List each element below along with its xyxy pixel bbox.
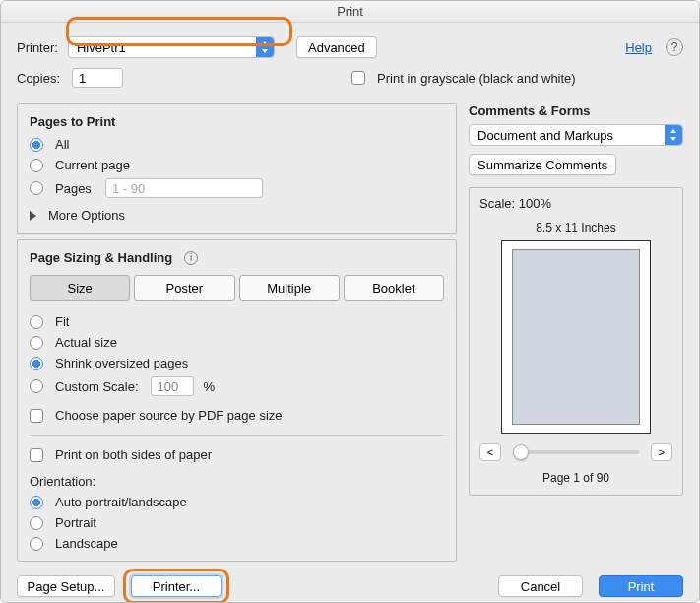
orient-portrait-row[interactable]: Portrait (30, 515, 444, 530)
shrink-label: Shrink oversized pages (55, 356, 188, 370)
radio-icon (30, 516, 43, 530)
info-icon[interactable]: i (184, 251, 198, 265)
pages-to-print-panel: Pages to Print All Current page Pages 1 … (17, 103, 457, 234)
actual-row[interactable]: Actual size (30, 335, 444, 350)
cancel-button[interactable]: Cancel (498, 575, 583, 597)
next-page-button[interactable]: > (651, 443, 672, 461)
fit-row[interactable]: Fit (30, 314, 444, 329)
grayscale-label: Print in grayscale (black and white) (377, 71, 576, 86)
radio-icon (30, 379, 43, 393)
radio-icon (30, 159, 43, 172)
orient-landscape-row[interactable]: Landscape (30, 536, 444, 551)
printer-button[interactable]: Printer... (131, 575, 222, 597)
grayscale-checkbox[interactable] (351, 71, 365, 85)
pages-heading: Pages to Print (30, 114, 444, 129)
tab-booklet[interactable]: Booklet (344, 275, 444, 301)
more-options-label: More Options (48, 208, 125, 223)
prev-page-button[interactable]: < (479, 443, 501, 461)
copies-field[interactable]: 1 (72, 68, 123, 88)
advanced-button[interactable]: Advanced (296, 36, 377, 58)
pages-all-row[interactable]: All (30, 137, 444, 152)
orient-auto-row[interactable]: Auto portrait/landscape (30, 495, 444, 509)
fit-label: Fit (55, 314, 69, 329)
preview-box (501, 240, 651, 434)
choose-source-label: Choose paper source by PDF page size (55, 408, 283, 423)
duplex-row[interactable]: Print on both sides of paper (30, 447, 444, 462)
pages-range-label: Pages (55, 181, 92, 196)
pages-all-label: All (55, 137, 69, 152)
preview-panel: Scale: 100% 8.5 x 11 Inches < > Page 1 o… (469, 187, 683, 496)
updown-icon (256, 37, 274, 57)
radio-icon (30, 138, 43, 152)
more-options-toggle[interactable]: More Options (30, 208, 444, 223)
help-icon[interactable]: ? (666, 38, 683, 56)
chevron-right-icon (30, 211, 36, 221)
help-link[interactable]: Help (625, 40, 652, 55)
radio-icon (30, 496, 43, 509)
copies-label: Copies: (17, 71, 60, 86)
pages-current-row[interactable]: Current page (30, 158, 444, 172)
radio-icon (30, 336, 43, 350)
print-dialog: Print Printer: HivePtr1 Advanced Help ? … (0, 0, 700, 603)
updown-icon (665, 125, 682, 145)
printer-select-value: HivePtr1 (77, 40, 126, 55)
orientation-heading: Orientation: (30, 474, 444, 489)
custom-scale-input[interactable]: 100 (151, 376, 194, 396)
checkbox-icon (30, 409, 43, 423)
custom-scale-label: Custom Scale: (55, 379, 139, 394)
choose-source-row[interactable]: Choose paper source by PDF page size (30, 408, 444, 423)
comments-select[interactable]: Document and Markups (469, 124, 683, 146)
preview-page (512, 249, 640, 425)
pages-range-input[interactable]: 1 - 90 (105, 178, 263, 198)
duplex-label: Print on both sides of paper (55, 447, 212, 462)
slider-thumb[interactable] (513, 444, 529, 460)
printer-label: Printer: (17, 40, 58, 55)
radio-icon (30, 537, 43, 551)
orient-auto-label: Auto portrait/landscape (55, 495, 187, 509)
shrink-row[interactable]: Shrink oversized pages (30, 356, 444, 370)
summarize-comments-button[interactable]: Summarize Comments (469, 154, 616, 175)
orient-portrait-label: Portrait (55, 515, 96, 530)
preview-scale: Scale: 100% (479, 196, 672, 211)
tab-multiple[interactable]: Multiple (239, 275, 340, 301)
percent-label: % (204, 379, 216, 394)
radio-icon (30, 315, 43, 329)
preview-page-nav: Page 1 of 90 (479, 471, 672, 485)
radio-icon (30, 181, 43, 195)
pages-range-row[interactable]: Pages 1 - 90 (30, 178, 444, 198)
pages-current-label: Current page (55, 158, 130, 172)
sizing-panel: Page Sizing & Handling i Size Poster Mul… (17, 239, 457, 562)
page-setup-button[interactable]: Page Setup... (17, 575, 115, 597)
preview-dims: 8.5 x 11 Inches (479, 221, 672, 234)
sizing-heading: Page Sizing & Handling (30, 250, 172, 265)
printer-select[interactable]: HivePtr1 (68, 36, 275, 58)
print-button[interactable]: Print (599, 575, 683, 597)
page-slider[interactable] (513, 450, 639, 454)
custom-scale-row[interactable]: Custom Scale: 100 % (30, 376, 444, 396)
checkbox-icon (30, 448, 43, 462)
tab-poster[interactable]: Poster (134, 275, 234, 301)
tab-size[interactable]: Size (30, 275, 130, 301)
comments-select-value: Document and Markups (477, 128, 613, 143)
titlebar: Print (1, 1, 699, 23)
comments-heading: Comments & Forms (469, 103, 683, 118)
actual-label: Actual size (55, 335, 117, 350)
radio-icon (30, 357, 43, 370)
orient-landscape-label: Landscape (55, 536, 118, 551)
